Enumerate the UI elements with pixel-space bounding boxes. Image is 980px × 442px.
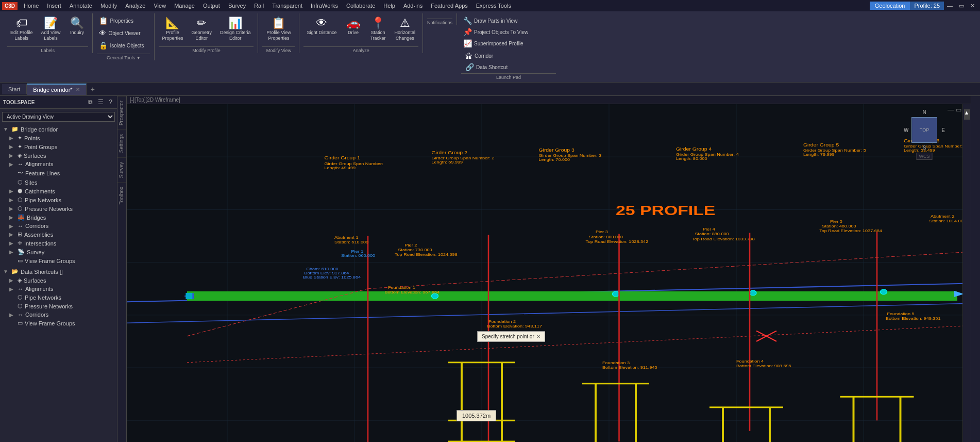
tree-item-point-groups[interactable]: ▶ ✦ Point Groups — [0, 142, 117, 151]
properties-button[interactable]: 📋 Properties — [97, 15, 136, 26]
wcs-label[interactable]: WCS — [917, 153, 933, 160]
tree-item-corridors[interactable]: ▶ ↔ Corridors — [0, 222, 117, 230]
svg-text:Pier 3: Pier 3 — [596, 230, 608, 234]
drive-button[interactable]: 🚗 Drive — [342, 15, 365, 43]
menu-survey[interactable]: Survey — [224, 2, 250, 10]
toolspace-list-icon[interactable]: ☰ — [96, 98, 105, 106]
data-shortcuts-label: Data Shortcuts [] — [21, 269, 114, 275]
tree-item-surfaces[interactable]: ▶ ◈ Surfaces — [0, 151, 117, 160]
menu-annotate[interactable]: Annotate — [65, 2, 96, 10]
horizontal-changes-button[interactable]: ⚠ HorizontalChanges — [392, 15, 419, 43]
tree-item-assemblies[interactable]: ▶ ⊞ Assemblies — [0, 230, 117, 239]
tree-item-sites[interactable]: ⬡ Sites — [0, 178, 117, 187]
menu-help[interactable]: Help — [379, 2, 399, 10]
prospector-panel-tab[interactable]: Prospector — [117, 96, 126, 129]
view-cube-top[interactable]: TOP — [911, 117, 937, 143]
corridor-button[interactable]: 🛣 Corridor — [463, 51, 495, 61]
profile-button[interactable]: Profile: 25 — [910, 2, 944, 10]
tree-item-pipe-networks[interactable]: ▶ ⬡ Pipe Networks — [0, 195, 117, 204]
tree-item-data-shortcuts[interactable]: ▼ 📂 Data Shortcuts [] — [0, 267, 117, 276]
menu-collaborate[interactable]: Collaborate — [342, 2, 379, 10]
add-view-labels-button[interactable]: 📝 Add ViewLabels — [38, 15, 64, 43]
toolspace-view-wrapper: Active Drawing View Master View Survey — [0, 109, 117, 125]
menu-manage[interactable]: Manage — [170, 2, 199, 10]
tree-item-survey[interactable]: ▶ 📡 Survey — [0, 248, 117, 256]
tree-item-points[interactable]: ▶ ✦ Points — [0, 134, 117, 142]
survey-panel-tab[interactable]: Survey — [117, 157, 126, 182]
menu-rail[interactable]: Rail — [250, 2, 268, 10]
project-objects-button[interactable]: 📌 Project Objects To View — [461, 27, 530, 37]
tree-item-pressure-networks[interactable]: ▶ ⬡ Pressure Networks — [0, 204, 117, 213]
tab-bridge-corridor[interactable]: Bridge corridor* ✕ — [27, 84, 86, 95]
geometry-editor-button[interactable]: ✏ GeometryEditor — [188, 15, 215, 43]
corridors-label: Corridors — [25, 223, 114, 229]
menu-transparent[interactable]: Transparent — [268, 2, 307, 10]
stretch-tooltip-close[interactable]: ✕ — [536, 334, 540, 339]
toolbox-panel-tab[interactable]: Toolbox — [117, 182, 126, 208]
design-criteria-button[interactable]: 📊 Design CriteriaEditor — [217, 15, 254, 43]
svg-text:Length: 49.499: Length: 49.499 — [325, 166, 356, 170]
tree-item-view-frame-groups[interactable]: ▭ View Frame Groups — [0, 256, 117, 265]
navigation-cube[interactable]: N S E W TOP WCS — [904, 109, 945, 151]
draw-parts-button[interactable]: 🔧 Draw Parts in View — [461, 15, 519, 26]
labels-buttons: 🏷 Edit ProfileLabels 📝 Add ViewLabels 🔍 … — [7, 13, 88, 45]
profile-view-properties-button[interactable]: 📋 Profile ViewProperties — [263, 15, 294, 43]
menu-output[interactable]: Output — [199, 2, 224, 10]
window-close[interactable]: ✕ — [967, 2, 978, 10]
object-viewer-button[interactable]: 👁 Object Viewer — [97, 28, 142, 38]
menu-express[interactable]: Express Tools — [472, 2, 515, 10]
window-restore[interactable]: ▭ — [956, 2, 967, 10]
tree-item-ds-surfaces[interactable]: ▶ ◈ Surfaces — [0, 276, 117, 285]
viewport-scrollbar[interactable]: ▲ ▼ — [962, 104, 971, 442]
toolspace-help-icon[interactable]: ? — [107, 98, 114, 106]
window-minimize[interactable]: — — [944, 2, 956, 10]
station-tracker-button[interactable]: 📍 StationTracker — [367, 15, 390, 43]
isolate-objects-button[interactable]: 🔒 Isolate Objects — [97, 40, 146, 51]
tree-item-ds-alignments[interactable]: ▶ ↔ Alignments — [0, 285, 117, 293]
tree-item-feature-lines[interactable]: 〜 Feature Lines — [0, 168, 117, 178]
expander-assemblies: ▶ — [9, 232, 15, 237]
viewport-restore[interactable]: ▭ — [956, 106, 961, 113]
tree-item-ds-pipe-networks[interactable]: ⬡ Pipe Networks — [0, 293, 117, 302]
data-shortcut-button[interactable]: 🔗 Data Shortcut — [463, 62, 510, 72]
ds-pipe-networks-label: Pipe Networks — [25, 294, 114, 301]
tree-item-ds-view-frame-groups[interactable]: ▭ View Frame Groups — [0, 319, 117, 328]
tab-bridge-close[interactable]: ✕ — [76, 87, 80, 92]
inquiry-button[interactable]: 🔍 Inquiry — [65, 15, 88, 43]
settings-panel-tab[interactable]: Settings — [117, 129, 126, 157]
scroll-up-arrow[interactable]: ▲ — [964, 109, 970, 120]
tab-start[interactable]: Start — [2, 84, 27, 94]
menu-modify[interactable]: Modify — [96, 2, 121, 10]
menu-analyze[interactable]: Analyze — [121, 2, 149, 10]
sight-distance-button[interactable]: 👁 Sight Distance — [303, 15, 340, 43]
profile-properties-button[interactable]: 📐 ProfileProperties — [159, 15, 186, 43]
tree-item-ds-corridors[interactable]: ▶ ↔ Corridors — [0, 310, 117, 319]
menu-addins[interactable]: Add-ins — [399, 2, 427, 10]
menu-featured[interactable]: Featured Apps — [427, 2, 472, 10]
viewport-minimize[interactable]: — — [948, 106, 954, 113]
tree-item-ds-pressure-networks[interactable]: ⬡ Pressure Networks — [0, 302, 117, 310]
main-content: TOOLSPACE ⧉ ☰ ? Active Drawing View Mast… — [0, 96, 980, 442]
tree-item-catchments[interactable]: ▶ ⬢ Catchments — [0, 187, 117, 195]
toolspace-view-select[interactable]: Active Drawing View Master View Survey — [2, 112, 115, 122]
drawing-canvas[interactable]: Girder Group 1 Girder Group Span Number:… — [127, 104, 971, 442]
menu-home[interactable]: Home — [20, 2, 43, 10]
toolspace-copy-icon[interactable]: ⧉ — [87, 98, 94, 106]
edit-profile-labels-button[interactable]: 🏷 Edit ProfileLabels — [7, 15, 36, 43]
tree-item-alignments[interactable]: ▶ ↔ Alignments — [0, 160, 117, 168]
menu-insert[interactable]: Insert — [43, 2, 65, 10]
svg-point-17 — [613, 291, 619, 297]
superimposed-profile-button[interactable]: 📈 Superimposed Profile — [461, 38, 526, 48]
svg-text:Length: 70.000: Length: 70.000 — [539, 158, 570, 162]
tree-item-bridge-corridor[interactable]: ▼ 📁 Bridge corridor — [0, 125, 117, 134]
expander-pressure-networks: ▶ — [9, 206, 15, 211]
c3d-logo[interactable]: C3D — [2, 2, 18, 10]
menu-view[interactable]: View — [149, 2, 170, 10]
menu-infraworks[interactable]: InfraWorks — [307, 2, 342, 10]
geolocation-button[interactable]: Geolocation — [870, 2, 910, 10]
points-label: Points — [24, 135, 114, 141]
tree-item-intersections[interactable]: ▶ ✛ Intersections — [0, 239, 117, 248]
tree-item-bridges[interactable]: ▶ 🌉 Bridges — [0, 213, 117, 222]
tab-add-button[interactable]: + — [87, 83, 99, 95]
svg-text:Bottom Elevation: 908.695: Bottom Elevation: 908.695 — [736, 364, 791, 368]
